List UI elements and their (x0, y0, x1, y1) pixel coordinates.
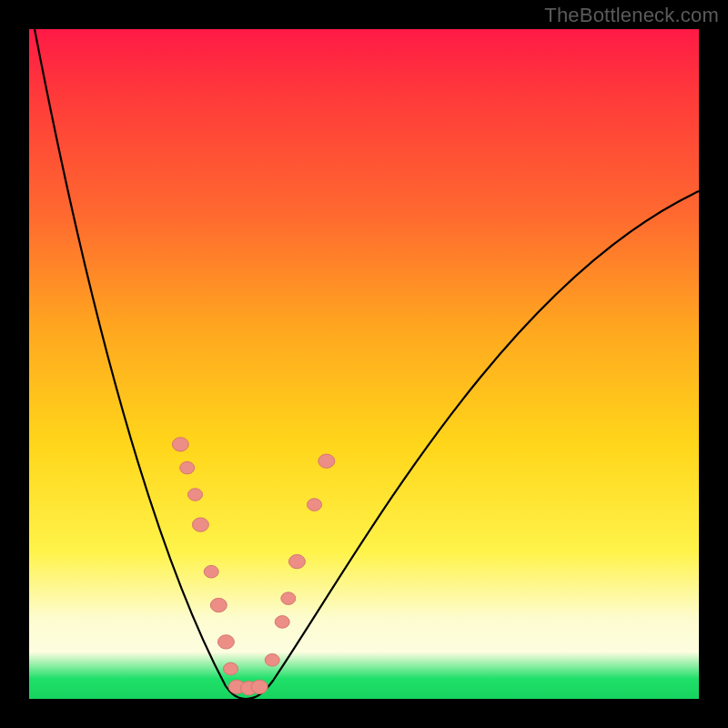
data-dot (308, 499, 322, 511)
data-dot (265, 654, 279, 667)
data-dot (188, 489, 203, 501)
data-dot (210, 598, 227, 612)
watermark-text: TheBottleneck.com (544, 4, 719, 27)
data-dot (275, 616, 289, 629)
data-dot (224, 662, 238, 675)
data-dot (281, 592, 296, 605)
data-dot (217, 635, 234, 649)
data-dot (251, 680, 268, 693)
data-dot (318, 454, 335, 468)
data-dot (172, 438, 188, 451)
data-dot (204, 565, 218, 578)
plot-area (29, 29, 699, 699)
outer-frame: TheBottleneck.com (0, 0, 728, 728)
data-dot (288, 554, 305, 568)
dot-layer (172, 438, 334, 695)
bottleneck-curve (35, 29, 699, 699)
chart-svg (29, 29, 699, 699)
data-dot (180, 461, 195, 474)
data-dot (192, 518, 208, 531)
